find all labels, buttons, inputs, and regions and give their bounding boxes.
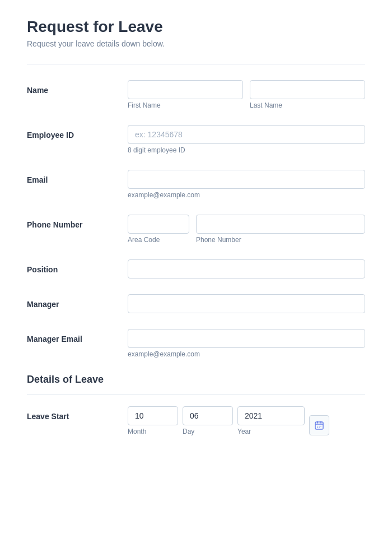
email-input[interactable]: [128, 170, 365, 189]
manager-email-fields: example@example.com: [128, 329, 365, 358]
leave-start-month-input[interactable]: [128, 406, 178, 425]
phone-number-group: Phone Number: [196, 215, 365, 244]
area-code-group: Area Code: [128, 215, 189, 244]
phone-number-input[interactable]: [196, 215, 365, 234]
manager-email-group: example@example.com: [128, 329, 365, 358]
last-name-group: Last Name: [250, 80, 365, 109]
email-row: Email example@example.com: [27, 170, 365, 199]
employee-id-hint: 8 digit employee ID: [128, 146, 365, 154]
phone-number-hint: Phone Number: [196, 236, 365, 244]
first-name-group: First Name: [128, 80, 243, 109]
position-fields: [128, 259, 365, 278]
svg-point-8: [319, 427, 320, 428]
calendar-button-wrap: [309, 415, 329, 435]
first-name-input[interactable]: [128, 80, 243, 99]
position-label: Position: [27, 259, 128, 274]
manager-input[interactable]: [128, 294, 365, 313]
leave-start-row: Leave Start Month Day Year: [27, 406, 365, 435]
svg-point-4: [317, 426, 318, 427]
employee-id-label: Employee ID: [27, 125, 128, 140]
last-name-hint: Last Name: [250, 101, 365, 109]
email-hint: example@example.com: [128, 191, 365, 199]
employee-id-input[interactable]: [128, 125, 365, 144]
svg-point-6: [320, 426, 321, 427]
position-input[interactable]: [128, 259, 365, 278]
leave-start-month-group: Month: [128, 406, 178, 435]
manager-email-input[interactable]: [128, 329, 365, 348]
email-group: example@example.com: [128, 170, 365, 199]
name-label: Name: [27, 80, 128, 95]
area-code-input[interactable]: [128, 215, 189, 234]
leave-start-day-group: Day: [183, 406, 233, 435]
page-title: Request for Leave: [27, 18, 365, 36]
area-code-hint: Area Code: [128, 236, 189, 244]
manager-group: [128, 294, 365, 313]
last-name-input[interactable]: [250, 80, 365, 99]
leave-start-fields: Month Day Year: [128, 406, 365, 435]
page-subtitle: Request your leave details down below.: [27, 39, 365, 48]
manager-email-row: Manager Email example@example.com: [27, 329, 365, 358]
first-name-hint: First Name: [128, 101, 243, 109]
leave-start-year-hint: Year: [237, 428, 305, 435]
email-fields: example@example.com: [128, 170, 365, 199]
manager-fields: [128, 294, 365, 313]
svg-point-5: [319, 426, 320, 427]
leave-start-label: Leave Start: [27, 406, 128, 421]
email-label: Email: [27, 170, 128, 184]
employee-id-row: Employee ID 8 digit employee ID: [27, 125, 365, 154]
svg-rect-0: [315, 422, 323, 429]
details-section-title: Details of Leave: [27, 374, 365, 386]
leave-start-day-hint: Day: [183, 428, 233, 435]
manager-label: Manager: [27, 294, 128, 309]
phone-fields: Area Code Phone Number: [128, 215, 365, 244]
manager-row: Manager: [27, 294, 365, 313]
leave-start-year-input[interactable]: [237, 406, 305, 425]
employee-id-group: 8 digit employee ID: [128, 125, 365, 154]
name-fields: First Name Last Name: [128, 80, 365, 109]
manager-email-label: Manager Email: [27, 329, 128, 344]
phone-label: Phone Number: [27, 215, 128, 229]
svg-point-7: [317, 427, 318, 428]
details-divider: [27, 394, 365, 395]
phone-row: Phone Number Area Code Phone Number: [27, 215, 365, 244]
employee-id-fields: 8 digit employee ID: [128, 125, 365, 154]
leave-start-year-group: Year: [237, 406, 305, 435]
calendar-button[interactable]: [309, 415, 329, 435]
calendar-icon: [315, 421, 324, 430]
manager-email-hint: example@example.com: [128, 350, 365, 358]
leave-start-month-hint: Month: [128, 428, 178, 435]
position-row: Position: [27, 259, 365, 278]
header-divider: [27, 64, 365, 64]
leave-start-day-input[interactable]: [183, 406, 233, 425]
position-group: [128, 259, 365, 278]
name-row: Name First Name Last Name: [27, 80, 365, 109]
